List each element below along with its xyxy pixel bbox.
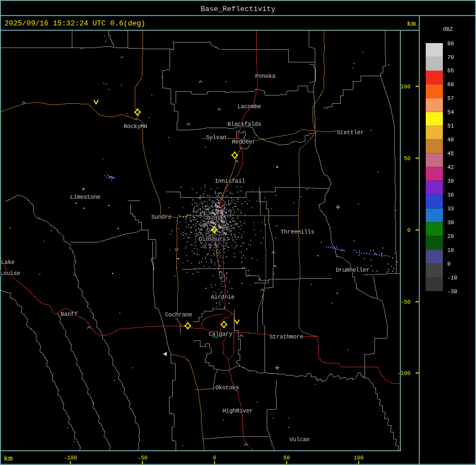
svg-text:Lake: Lake: [1, 259, 14, 266]
svg-text:dBZ: dBZ: [443, 27, 453, 33]
svg-text:70: 70: [447, 55, 454, 61]
svg-text:0: 0: [213, 455, 216, 461]
svg-text:ThreeHills: ThreeHills: [281, 229, 314, 235]
svg-text:-30: -30: [447, 289, 457, 295]
svg-text:39: 39: [447, 178, 454, 184]
svg-text:*: *: [275, 165, 279, 173]
svg-text:20: 20: [447, 234, 454, 240]
svg-text:48: 48: [447, 137, 454, 143]
svg-text:Strathmore: Strathmore: [269, 334, 303, 340]
svg-text:Cochrane: Cochrane: [165, 311, 192, 318]
svg-text:Didsbury: Didsbury: [199, 236, 226, 242]
svg-text:65: 65: [447, 68, 454, 74]
svg-text:100: 100: [353, 455, 363, 461]
svg-text:60: 60: [447, 82, 454, 88]
svg-text:30: 30: [447, 220, 454, 226]
svg-text:Ponoka: Ponoka: [255, 73, 276, 80]
svg-text:km: km: [4, 455, 13, 463]
svg-text:km: km: [407, 20, 416, 28]
svg-text:Vulcan: Vulcan: [289, 436, 310, 443]
svg-text:-10: -10: [447, 275, 457, 281]
svg-text:54: 54: [447, 109, 454, 115]
svg-text:Calgary: Calgary: [209, 331, 232, 337]
svg-text:80: 80: [447, 41, 454, 47]
svg-text:33: 33: [447, 206, 454, 212]
svg-text:-100: -100: [64, 455, 77, 461]
svg-text:Lacombe: Lacombe: [237, 103, 261, 110]
svg-text:57: 57: [447, 96, 454, 102]
svg-text:42: 42: [447, 165, 454, 171]
svg-text:0: 0: [447, 261, 451, 267]
svg-text:Louise: Louise: [0, 270, 20, 277]
svg-text:Olds: Olds: [207, 215, 220, 221]
svg-text:100: 100: [400, 84, 410, 90]
svg-text:Base_Reflectivity: Base_Reflectivity: [200, 5, 276, 13]
svg-text:Drumheller: Drumheller: [336, 267, 369, 273]
svg-text:10: 10: [447, 247, 454, 253]
svg-text:Innisfail: Innisfail: [215, 178, 245, 184]
svg-text:Stettler: Stettler: [337, 129, 364, 136]
svg-text:RedDeer: RedDeer: [232, 139, 256, 145]
svg-text:RockyMH: RockyMH: [124, 123, 147, 130]
svg-text:0: 0: [407, 228, 410, 234]
svg-text:Okotoks: Okotoks: [215, 384, 239, 391]
svg-text:2025/09/16 15:32:24 UTC 0.6(de: 2025/09/16 15:32:24 UTC 0.6(deg): [4, 19, 145, 28]
svg-text:HighRiver: HighRiver: [223, 408, 253, 414]
svg-text:-100: -100: [397, 371, 410, 377]
svg-text:Limestone: Limestone: [70, 194, 101, 200]
svg-text:50: 50: [404, 156, 410, 162]
svg-text:45: 45: [447, 151, 454, 157]
svg-text:Blackfalds: Blackfalds: [228, 121, 261, 128]
svg-text:36: 36: [447, 192, 454, 198]
svg-text:-50: -50: [400, 299, 410, 305]
svg-text:Sundre: Sundre: [151, 214, 172, 220]
svg-text:Airdrie: Airdrie: [211, 294, 235, 300]
svg-text:51: 51: [447, 123, 454, 129]
svg-text:-50: -50: [137, 455, 147, 461]
svg-text:Banff: Banff: [61, 311, 78, 318]
svg-text:50: 50: [283, 455, 290, 461]
svg-text:Sylvan: Sylvan: [206, 134, 226, 141]
